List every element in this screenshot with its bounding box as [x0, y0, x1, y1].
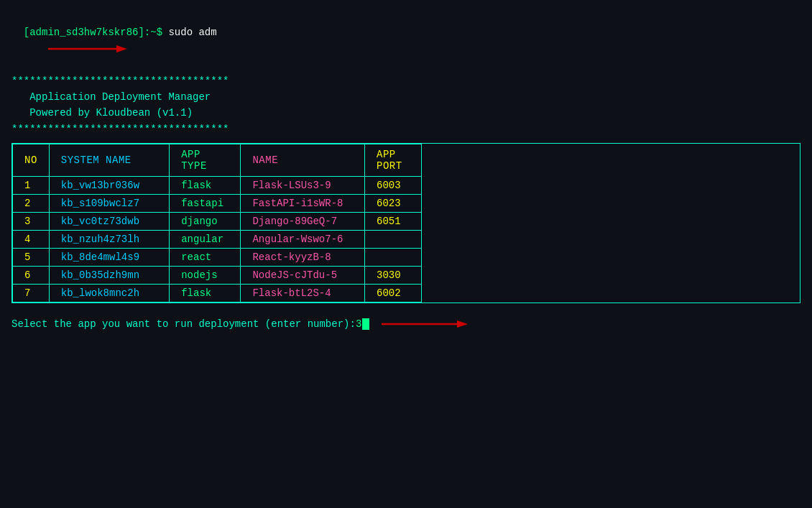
col-header-sysname: SYSTEM NAME	[49, 144, 169, 177]
cell-no: 6	[13, 267, 50, 285]
cell-name: NodeJS-cJTdu-5	[241, 267, 365, 285]
cell-no: 3	[13, 213, 50, 231]
table-row: 1kb_vw13br036wflaskFlask-LSUs3-96003	[13, 177, 422, 195]
cell-apptype: flask	[170, 177, 241, 195]
cell-sysname: kb_vw13br036w	[49, 177, 169, 195]
cell-apptype: angular	[170, 231, 241, 249]
terminal-cursor	[362, 318, 369, 330]
cell-sysname: kb_nzuh4z73lh	[49, 231, 169, 249]
table-row: 6kb_0b35dzh9mnnodejsNodeJS-cJTdu-53030	[13, 267, 422, 285]
app-title-line1: Application Deployment Manager	[11, 89, 801, 105]
col-header-apptype: APP TYPE	[170, 144, 241, 177]
svg-marker-1	[116, 45, 127, 52]
table-row: 7kb_lwok8mnc2hflaskFlask-btL2S-46002	[13, 285, 422, 303]
arrow-annotation-2	[369, 318, 471, 331]
table-row: 4kb_nzuh4z73lhangularAngular-Wswo7-6	[13, 231, 422, 249]
input-value[interactable]: 3	[356, 318, 361, 330]
table-row: 2kb_s109bwclz7fastapiFastAPI-i1sWR-86023	[13, 195, 422, 213]
cell-apptype: fastapi	[170, 195, 241, 213]
cell-name: React-kyyzB-8	[241, 249, 365, 267]
prompt-line: [admin_sd3hw7kskr86]:~$ sudo adm	[11, 9, 801, 73]
col-header-name: NAME	[241, 144, 365, 177]
stars-top: ************************************	[11, 73, 801, 89]
cell-name: Flask-LSUs3-9	[241, 177, 365, 195]
cell-port: 3030	[365, 267, 422, 285]
cell-sysname: kb_s109bwclz7	[49, 195, 169, 213]
svg-marker-3	[457, 320, 468, 328]
cell-sysname: kb_lwok8mnc2h	[49, 285, 169, 303]
cell-port	[365, 231, 422, 249]
shell-command: sudo adm	[168, 27, 216, 38]
cell-port: 6002	[365, 285, 422, 303]
deployment-table: NO SYSTEM NAME APP TYPE NAME APP PORT 1k…	[11, 143, 801, 303]
cell-no: 7	[13, 285, 50, 303]
cell-name: Flask-btL2S-4	[241, 285, 365, 303]
table-row: 5kb_8de4mwl4s9reactReact-kyyzB-8	[13, 249, 422, 267]
col-header-port: APP PORT	[365, 144, 422, 177]
cell-port	[365, 249, 422, 267]
cell-port: 6003	[365, 177, 422, 195]
cell-no: 4	[13, 231, 50, 249]
cell-port: 6051	[365, 213, 422, 231]
cell-apptype: react	[170, 249, 241, 267]
cell-apptype: django	[170, 213, 241, 231]
shell-prompt: [admin_sd3hw7kskr86]:~$	[24, 27, 169, 38]
cell-sysname: kb_vc0tz73dwb	[49, 213, 169, 231]
cell-sysname: kb_0b35dzh9mn	[49, 267, 169, 285]
stars-bottom: ************************************	[11, 121, 801, 137]
app-title-line2: Powered by Kloudbean (v1.1)	[11, 105, 801, 121]
select-prompt-text: Select the app you want to run deploymen…	[11, 318, 356, 330]
cell-name: FastAPI-i1sWR-8	[241, 195, 365, 213]
col-header-no: NO	[13, 144, 50, 177]
cell-apptype: flask	[170, 285, 241, 303]
cell-no: 1	[13, 177, 50, 195]
cell-sysname: kb_8de4mwl4s9	[49, 249, 169, 267]
table-row: 3kb_vc0tz73dwbdjangoDjango-89GeQ-76051	[13, 213, 422, 231]
arrow-annotation-1	[11, 43, 131, 70]
cell-port: 6023	[365, 195, 422, 213]
table-header-row: NO SYSTEM NAME APP TYPE NAME APP PORT	[13, 144, 422, 177]
cell-name: Angular-Wswo7-6	[241, 231, 365, 249]
cell-name: Django-89GeQ-7	[241, 213, 365, 231]
cell-apptype: nodejs	[170, 267, 241, 285]
cell-no: 5	[13, 249, 50, 267]
cell-no: 2	[13, 195, 50, 213]
select-prompt-line: Select the app you want to run deploymen…	[11, 318, 801, 331]
